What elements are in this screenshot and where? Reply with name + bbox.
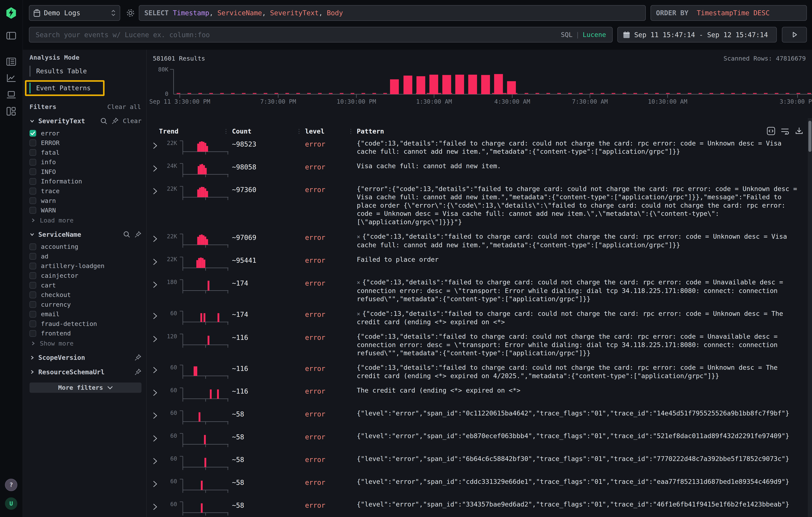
pattern-cell[interactable]: ×{"code":13,"details":"failed to charge … xyxy=(357,278,805,303)
search-icon[interactable] xyxy=(123,231,130,238)
row-expand-chevron-icon[interactable] xyxy=(153,185,163,195)
download-icon[interactable] xyxy=(794,126,804,136)
facet-value-ad[interactable]: ad xyxy=(30,252,146,261)
pattern-cell[interactable]: {"level":"error","span_id":"0c11220615ba… xyxy=(357,409,805,418)
pattern-cell[interactable]: {"level":"error","span_id":"cddc331329e6… xyxy=(357,478,805,486)
pattern-cell[interactable]: ×{"code":13,"details":"failed to charge … xyxy=(357,232,805,249)
search-logs-icon[interactable] xyxy=(5,55,17,68)
checkbox[interactable] xyxy=(30,320,36,327)
checkbox[interactable] xyxy=(30,243,36,250)
chart-explorer-icon[interactable] xyxy=(5,72,17,84)
help-button[interactable]: ? xyxy=(5,479,17,491)
column-resize-handle[interactable]: ⋮ xyxy=(223,128,229,135)
row-expand-chevron-icon[interactable] xyxy=(153,278,163,288)
source-settings-gear-icon[interactable] xyxy=(124,7,137,19)
run-query-button[interactable] xyxy=(782,27,807,42)
column-header-pattern[interactable]: Pattern xyxy=(357,127,384,135)
language-toggle-sql[interactable]: SQL xyxy=(561,31,573,38)
checkbox[interactable] xyxy=(30,168,36,175)
facet-value-error[interactable]: ERROR xyxy=(30,138,146,148)
source-selector[interactable]: Demo Logs xyxy=(29,5,120,21)
pattern-cell[interactable]: {"code":13,"details":"failed to charge c… xyxy=(357,333,805,357)
facet-value-cart[interactable]: cart xyxy=(30,280,146,290)
search-icon[interactable] xyxy=(100,118,107,124)
pin-icon[interactable] xyxy=(134,231,142,238)
checkbox[interactable] xyxy=(30,330,36,337)
facet-value-checkout[interactable]: checkout xyxy=(30,290,146,300)
row-expand-chevron-icon[interactable] xyxy=(153,310,163,319)
facet-value-warn[interactable]: warn xyxy=(30,196,146,205)
collapse-sidebar-icon[interactable] xyxy=(5,30,17,42)
checkbox[interactable] xyxy=(30,139,36,146)
scrollbar-thumb[interactable] xyxy=(808,121,811,152)
code-view-icon[interactable] xyxy=(766,126,776,136)
checkbox[interactable] xyxy=(30,282,36,289)
checkbox[interactable] xyxy=(30,263,36,269)
pattern-cell[interactable]: {"code":13,"details":"failed to charge c… xyxy=(357,139,805,156)
table-scrollbar[interactable] xyxy=(808,118,812,517)
checkbox[interactable] xyxy=(30,178,36,185)
facet-value-currency[interactable]: currency xyxy=(30,300,146,309)
pattern-cell[interactable]: Visa cache full: cannot add new item. xyxy=(357,162,805,170)
checkbox[interactable] xyxy=(30,301,36,308)
pin-icon[interactable] xyxy=(134,354,142,361)
facet-value-frontend[interactable]: frontend xyxy=(30,328,146,338)
results-histogram[interactable]: 80K0Sep 11 3:30:00 PM7:30:00 PM10:30:00 … xyxy=(147,64,812,106)
search-input[interactable]: Search your events w/ Lucene ex. column:… xyxy=(29,27,613,42)
column-header-trend[interactable]: Trend xyxy=(159,127,178,135)
facet-value-cainjector[interactable]: cainjector xyxy=(30,271,146,281)
facet-group-header-scopeversion[interactable]: ScopeVersion xyxy=(30,354,146,362)
row-expand-chevron-icon[interactable] xyxy=(153,432,163,442)
checkbox[interactable] xyxy=(30,253,36,260)
checkbox[interactable] xyxy=(30,311,36,318)
wrap-text-icon[interactable] xyxy=(780,126,790,136)
pin-icon[interactable] xyxy=(134,368,142,376)
column-header-level[interactable]: level xyxy=(305,127,324,135)
facet-value-accounting[interactable]: accounting xyxy=(30,242,146,252)
sessions-icon[interactable] xyxy=(5,89,17,101)
facet-value-warn[interactable]: WARN xyxy=(30,205,146,215)
facet-value-information[interactable]: Information xyxy=(30,177,146,186)
row-expand-chevron-icon[interactable] xyxy=(153,255,163,265)
checkbox[interactable] xyxy=(30,159,36,166)
checkbox[interactable] xyxy=(30,291,36,298)
facet-value-email[interactable]: email xyxy=(30,309,146,319)
pin-icon[interactable] xyxy=(111,117,119,124)
row-expand-chevron-icon[interactable] xyxy=(153,455,163,465)
column-header-count[interactable]: Count xyxy=(232,127,251,135)
row-expand-chevron-icon[interactable] xyxy=(153,478,163,487)
row-expand-chevron-icon[interactable] xyxy=(153,333,163,342)
dashboards-icon[interactable] xyxy=(5,105,17,118)
facet-value-fraud-detection[interactable]: fraud-detection xyxy=(30,319,146,329)
mode-results-table[interactable]: Results Table xyxy=(30,66,87,77)
app-logo-icon[interactable] xyxy=(5,7,17,19)
facet-load-more-button[interactable]: Load more xyxy=(30,217,146,224)
row-expand-chevron-icon[interactable] xyxy=(153,364,163,373)
checkbox[interactable] xyxy=(30,149,36,156)
row-expand-chevron-icon[interactable] xyxy=(153,139,163,149)
row-expand-chevron-icon[interactable] xyxy=(153,162,163,172)
user-avatar[interactable]: U xyxy=(5,497,17,510)
checkbox[interactable] xyxy=(30,207,36,213)
facet-value-info[interactable]: info xyxy=(30,157,146,167)
row-expand-chevron-icon[interactable] xyxy=(153,409,163,419)
facet-value-trace[interactable]: trace xyxy=(30,186,146,196)
pattern-cell[interactable]: ×{"code":13,"details":"failed to charge … xyxy=(357,310,805,326)
facet-value-fatal[interactable]: fatal xyxy=(30,148,146,157)
facet-group-header-resourceschemaurl[interactable]: ResourceSchemaUrl xyxy=(30,368,146,376)
checkbox[interactable] xyxy=(30,130,36,137)
column-resize-handle[interactable]: ⋮ xyxy=(348,128,354,135)
pattern-cell[interactable]: {"level":"error","span_id":"334357bae9ed… xyxy=(357,500,805,509)
checkbox[interactable] xyxy=(30,272,36,279)
language-toggle-lucene[interactable]: Lucene xyxy=(583,31,606,38)
mode-event-patterns[interactable]: Event Patterns xyxy=(30,83,91,93)
pattern-cell[interactable]: {"level":"error","span_id":"eb870ecef063… xyxy=(357,432,805,440)
order-by-input[interactable]: ORDER BY TimestampTime DESC xyxy=(650,5,807,21)
facet-value-error[interactable]: error xyxy=(30,128,146,138)
pattern-cell[interactable]: {"code":13,"details":"failed to charge c… xyxy=(357,364,805,380)
checkbox[interactable] xyxy=(30,197,36,204)
pattern-cell[interactable]: {"level":"error","span_id":"6b64c6c58842… xyxy=(357,455,805,463)
date-range-picker[interactable]: Sep 11 15:47:14 - Sep 12 15:47:14 xyxy=(617,27,777,42)
clear-all-filters-button[interactable]: Clear all xyxy=(108,103,141,111)
row-expand-chevron-icon[interactable] xyxy=(153,232,163,242)
